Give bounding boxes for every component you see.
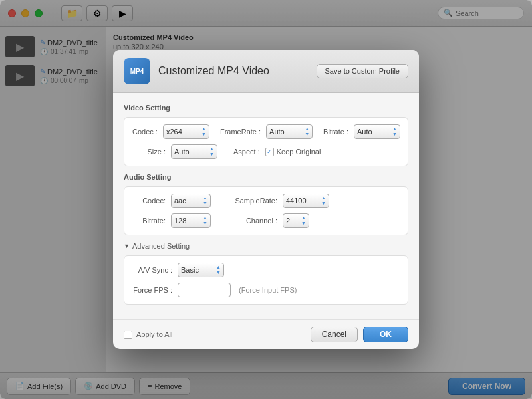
audio-setting-group: Codec: aac ▲▼ SampleRate: 44100 ▲▼ <box>124 186 408 235</box>
samplerate-arrows: ▲▼ <box>321 196 326 205</box>
modal-header: MP4 Customized MP4 Video Save to Custom … <box>113 50 419 93</box>
video-row-2: Size : Auto ▲▼ Aspect : Keep Original <box>132 144 400 159</box>
avsync-select[interactable]: Basic ▲▼ <box>178 263 224 277</box>
channel-select[interactable]: 2 ▲▼ <box>283 213 309 228</box>
advanced-setting-toggle[interactable]: ▼ Advanced Setting <box>124 242 408 250</box>
aspect-label: Aspect : <box>233 148 260 156</box>
modal-overlay: MP4 Customized MP4 Video Save to Custom … <box>0 0 532 399</box>
cancel-button[interactable]: Cancel <box>311 327 358 342</box>
samplerate-label: SampleRate: <box>224 197 277 205</box>
advanced-setting-group: A/V Sync : Basic ▲▼ Force FPS : (Force I… <box>124 255 408 305</box>
channel-arrows: ▲▼ <box>301 215 306 225</box>
modal-title: Customized MP4 Video <box>158 65 309 77</box>
app-window: 📁 ⚙ ▶ 🔍 ▶ ✎ DM2_DVD_title 🕐 0 <box>0 0 532 399</box>
framerate-label: FrameRate : <box>220 128 261 136</box>
forcefps-hint: (Force Input FPS) <box>239 286 297 294</box>
video-bitrate-arrows: ▲▼ <box>392 126 397 136</box>
audio-row-2: Bitrate: 128 ▲▼ Channel : 2 ▲▼ <box>132 213 400 228</box>
audio-row-1: Codec: aac ▲▼ SampleRate: 44100 ▲▼ <box>132 194 400 208</box>
footer-buttons: Cancel OK <box>311 327 408 342</box>
video-bitrate-select[interactable]: Auto ▲▼ <box>354 124 400 139</box>
modal-dialog: MP4 Customized MP4 Video Save to Custom … <box>113 50 419 349</box>
size-label: Size : <box>132 148 166 156</box>
size-select[interactable]: Auto ▲▼ <box>171 144 217 159</box>
bitrate-label: Bitrate : <box>323 128 348 136</box>
ok-button[interactable]: OK <box>363 327 408 342</box>
framerate-select[interactable]: Auto ▲▼ <box>266 124 313 139</box>
audio-codec-select[interactable]: aac ▲▼ <box>171 194 211 208</box>
audio-bitrate-label: Bitrate: <box>132 217 166 225</box>
modal-body: Video Setting Codec : x264 ▲▼ FrameRate … <box>113 93 419 319</box>
keep-original-checkbox[interactable] <box>265 148 274 156</box>
audio-codec-label: Codec: <box>132 197 166 205</box>
triangle-down-icon: ▼ <box>124 243 130 249</box>
video-row-1: Codec : x264 ▲▼ FrameRate : Auto ▲▼ Bitr… <box>132 124 400 139</box>
video-setting-header: Video Setting <box>124 104 408 112</box>
avsync-arrows: ▲▼ <box>216 265 221 275</box>
audio-setting-header: Audio Setting <box>124 173 408 181</box>
codec-label: Codec : <box>132 128 158 136</box>
framerate-arrows: ▲▼ <box>305 126 309 136</box>
samplerate-select[interactable]: 44100 ▲▼ <box>283 194 329 208</box>
audio-bitrate-arrows: ▲▼ <box>203 215 207 225</box>
save-to-custom-profile-button[interactable]: Save to Custom Profile <box>317 64 409 78</box>
size-arrows: ▲▼ <box>209 146 214 156</box>
forcefps-row: Force FPS : (Force Input FPS) <box>132 283 400 297</box>
avsync-label: A/V Sync : <box>132 266 172 274</box>
forcefps-label: Force FPS : <box>132 286 172 294</box>
channel-label: Channel : <box>224 217 277 225</box>
codec-select[interactable]: x264 ▲▼ <box>163 124 209 139</box>
audio-codec-arrows: ▲▼ <box>203 196 207 205</box>
keep-original-checkbox-label[interactable]: Keep Original <box>265 148 321 156</box>
apply-to-all-checkbox[interactable] <box>124 331 132 339</box>
audio-bitrate-select[interactable]: 128 ▲▼ <box>171 213 211 228</box>
modal-footer: Apply to All Cancel OK <box>113 319 419 349</box>
apply-to-all-label[interactable]: Apply to All <box>124 331 172 339</box>
forcefps-input[interactable] <box>178 283 231 297</box>
codec-arrows: ▲▼ <box>201 126 206 136</box>
avsync-row: A/V Sync : Basic ▲▼ <box>132 263 400 277</box>
video-setting-group: Codec : x264 ▲▼ FrameRate : Auto ▲▼ Bitr… <box>124 117 408 166</box>
modal-icon: MP4 <box>124 58 150 84</box>
